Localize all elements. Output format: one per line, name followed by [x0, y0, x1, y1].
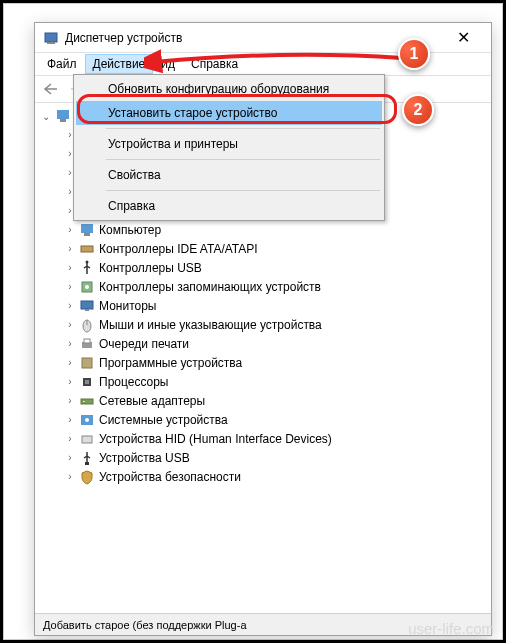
tree-item-label: Контроллеры IDE ATA/ATAPI — [99, 242, 258, 256]
collapse-icon[interactable]: ⌄ — [39, 109, 53, 123]
system-icon — [79, 412, 95, 428]
tree-item[interactable]: ›Очереди печати — [35, 334, 491, 353]
tree-item[interactable]: ›Процессоры — [35, 372, 491, 391]
expand-icon[interactable]: › — [63, 299, 77, 313]
tree-item-label: Системные устройства — [99, 413, 228, 427]
svg-rect-5 — [60, 119, 66, 122]
dd-install-legacy[interactable]: Установить старое устройство — [76, 101, 382, 125]
tree-item[interactable]: ›Мониторы — [35, 296, 491, 315]
dd-devices-printers[interactable]: Устройства и принтеры — [76, 132, 382, 156]
usbdev-icon — [79, 450, 95, 466]
security-icon — [79, 469, 95, 485]
svg-rect-15 — [81, 224, 93, 233]
app-icon — [43, 30, 59, 46]
computer-icon — [79, 222, 95, 238]
svg-rect-0 — [45, 33, 57, 42]
svg-point-18 — [86, 260, 89, 263]
expand-icon[interactable]: › — [63, 470, 77, 484]
printer-icon — [79, 336, 95, 352]
close-button[interactable]: ✕ — [443, 24, 483, 52]
tree-item-label: Мониторы — [99, 299, 156, 313]
expand-icon[interactable]: › — [63, 280, 77, 294]
svg-rect-31 — [83, 401, 85, 402]
callout-2: 2 — [402, 94, 434, 126]
tree-item[interactable]: ›Контроллеры USB — [35, 258, 491, 277]
tree-item[interactable]: ›Устройства USB — [35, 448, 491, 467]
hid-icon — [79, 431, 95, 447]
expand-icon[interactable]: › — [63, 451, 77, 465]
tree-item[interactable]: ›Компьютер — [35, 220, 491, 239]
svg-rect-21 — [81, 301, 93, 309]
tree-item-label: Устройства безопасности — [99, 470, 241, 484]
expand-icon[interactable]: › — [63, 318, 77, 332]
watermark: user-life.com — [408, 620, 494, 637]
svg-rect-26 — [84, 339, 90, 343]
tree-item[interactable]: ›Контроллеры запоминающих устройств — [35, 277, 491, 296]
dd-properties[interactable]: Свойства — [76, 163, 382, 187]
tree-item[interactable]: ›Сетевые адаптеры — [35, 391, 491, 410]
annotation-arrow — [144, 48, 414, 88]
svg-point-20 — [85, 285, 89, 289]
tree-item[interactable]: ›Устройства безопасности — [35, 467, 491, 486]
storage-icon — [79, 279, 95, 295]
callout-1: 1 — [398, 38, 430, 70]
close-icon: ✕ — [457, 28, 470, 47]
svg-rect-35 — [85, 462, 89, 465]
svg-rect-16 — [84, 233, 90, 236]
expand-icon[interactable]: › — [63, 223, 77, 237]
window-title: Диспетчер устройств — [65, 31, 443, 45]
expand-icon[interactable]: › — [63, 375, 77, 389]
expand-icon[interactable]: › — [63, 337, 77, 351]
svg-rect-17 — [81, 246, 93, 252]
svg-rect-30 — [81, 399, 93, 404]
expand-icon[interactable]: › — [63, 242, 77, 256]
status-text: Добавить старое (без поддержки Plug-a — [43, 619, 247, 631]
tree-item[interactable]: ›Мыши и иные указывающие устройства — [35, 315, 491, 334]
network-icon — [79, 393, 95, 409]
tree-item-label: Процессоры — [99, 375, 169, 389]
expand-icon[interactable]: › — [63, 432, 77, 446]
svg-point-33 — [85, 418, 89, 422]
svg-rect-34 — [82, 436, 92, 443]
tree-item[interactable]: ›Программные устройства — [35, 353, 491, 372]
tree-item-label: Контроллеры запоминающих устройств — [99, 280, 321, 294]
ide-icon — [79, 241, 95, 257]
menu-file[interactable]: Файл — [39, 54, 85, 74]
tree-item[interactable]: ›Устройства HID (Human Interface Devices… — [35, 429, 491, 448]
expand-icon[interactable]: › — [63, 413, 77, 427]
expand-icon[interactable]: › — [63, 356, 77, 370]
tree-item-label: Программные устройства — [99, 356, 242, 370]
svg-rect-27 — [82, 358, 92, 368]
tree-item-label: Контроллеры USB — [99, 261, 202, 275]
usb-icon — [79, 260, 95, 276]
tree-item[interactable]: ›Контроллеры IDE ATA/ATAPI — [35, 239, 491, 258]
mouse-icon — [79, 317, 95, 333]
svg-rect-1 — [47, 42, 55, 44]
tree-item-label: Устройства USB — [99, 451, 190, 465]
menu-action[interactable]: Действие — [85, 54, 154, 74]
expand-icon[interactable]: › — [63, 394, 77, 408]
dd-separator — [106, 159, 380, 160]
dd-help[interactable]: Справка — [76, 194, 382, 218]
svg-rect-29 — [85, 380, 89, 384]
cpu-icon — [79, 374, 95, 390]
expand-icon[interactable]: › — [63, 261, 77, 275]
tree-item-label: Сетевые адаптеры — [99, 394, 205, 408]
dd-separator — [106, 128, 380, 129]
computer-icon — [55, 108, 71, 124]
svg-rect-22 — [85, 309, 89, 311]
tree-item-label: Компьютер — [99, 223, 161, 237]
softdev-icon — [79, 355, 95, 371]
action-dropdown: Обновить конфигурацию оборудования Устан… — [73, 74, 385, 221]
tree-item-label: Устройства HID (Human Interface Devices) — [99, 432, 332, 446]
tree-item-label: Мыши и иные указывающие устройства — [99, 318, 322, 332]
svg-rect-4 — [57, 110, 69, 119]
back-button[interactable] — [39, 77, 63, 101]
tree-item-label: Очереди печати — [99, 337, 189, 351]
tree-item[interactable]: ›Системные устройства — [35, 410, 491, 429]
dd-separator — [106, 190, 380, 191]
monitor-icon — [79, 298, 95, 314]
